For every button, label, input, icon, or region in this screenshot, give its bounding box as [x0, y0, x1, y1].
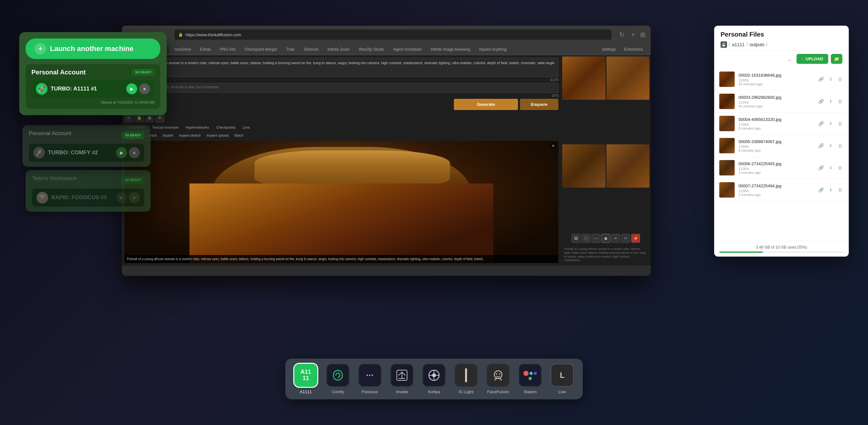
card2-play-btn[interactable]: ▶: [116, 147, 127, 158]
delete-btn-4[interactable]: 🗑: [837, 142, 844, 149]
browser-window: ‹ › 🔒 https://www.thinkdiffusion.com ↻ +…: [122, 26, 651, 276]
subtab-batch[interactable]: Batch: [232, 133, 246, 139]
negative-prompt-textarea[interactable]: (Press Ctrl+Enter to generate, Alt+Enter…: [124, 83, 558, 93]
new-tab-icon[interactable]: +: [631, 31, 635, 38]
dock-item-live[interactable]: L Live: [549, 364, 575, 394]
tab-infinite-image-browsing[interactable]: Infinite Image browsing: [427, 46, 474, 53]
image-grid: [562, 56, 649, 231]
dock-item-a1111[interactable]: A1111 A1111: [293, 364, 319, 394]
svg-point-11: [499, 373, 500, 375]
storage-bar: [719, 252, 844, 253]
download-btn-2[interactable]: ⬇: [828, 97, 834, 105]
tab-extras[interactable]: Extras: [196, 46, 215, 53]
image-close-btn[interactable]: ✕: [550, 143, 556, 149]
machine-rocket-icon: 🚀: [36, 83, 48, 95]
sd-ready-badge: SD READY: [132, 69, 155, 75]
dock-item-facefusion[interactable]: FaceFusion: [485, 364, 511, 394]
thumbnail-img-5: [719, 160, 735, 175]
dock-item-swarm[interactable]: Swarm: [517, 364, 543, 394]
card3-sd-badge: SD READY: [122, 177, 144, 183]
sdwebui-tab-lora[interactable]: Lora: [240, 124, 253, 131]
generate-button[interactable]: Generate: [454, 99, 518, 110]
subtab-inpaint-sketch[interactable]: Inpaint sketch: [176, 133, 203, 139]
dock-item-fooocus[interactable]: ⋯ Fooocus: [357, 364, 383, 394]
thumbnail-img-2: [719, 94, 735, 109]
delete-btn-1[interactable]: 🗑: [837, 75, 844, 83]
tab-inpaint-anything[interactable]: Inpaint Anything: [475, 46, 510, 53]
copy-link-btn-4[interactable]: 🔗: [817, 142, 825, 149]
machine-name: TURBO: A1111 #1: [51, 86, 123, 92]
tab-agent-scheduler[interactable]: Agent Scheduler: [390, 46, 426, 53]
dock-item-comfy[interactable]: Comfy: [325, 364, 351, 394]
card3-stop-btn[interactable]: ■: [129, 192, 140, 203]
download-btn-3[interactable]: ⬇: [828, 120, 834, 128]
tab-checkpoint-merger[interactable]: Checkpoint Merger: [241, 46, 281, 53]
pf-storage: 3.48 GB of 10 GB used (35%): [714, 241, 849, 257]
right-toolbar-btn-7[interactable]: ⚡: [631, 234, 640, 243]
account-header: Personal Account SD READY: [31, 69, 155, 76]
main-card: + Launch another machine Personal Accoun…: [19, 32, 167, 115]
download-btn-4[interactable]: ⬇: [828, 142, 834, 149]
file-thumbnail-3: [719, 116, 735, 131]
filesize-5: 113Kb 3 minutes ago: [739, 167, 813, 174]
dock-item-invoke[interactable]: Invoke: [389, 364, 415, 394]
reload-icon[interactable]: ↻: [619, 31, 625, 38]
pf-back-button[interactable]: ..: [786, 54, 794, 64]
pf-new-folder-button[interactable]: 📁: [831, 54, 842, 64]
breadcrumb-sep-2: /: [746, 42, 748, 47]
tab-extensions[interactable]: Extensions: [620, 46, 647, 53]
tab-infinite-zoom[interactable]: Infinite Zoom: [324, 46, 353, 53]
swarm-icon: [519, 364, 542, 387]
tab-settings[interactable]: Settings: [598, 46, 620, 53]
right-toolbar-btn-6[interactable]: ✂: [621, 234, 630, 243]
launch-another-machine-button[interactable]: + Launch another machine: [26, 38, 160, 59]
copy-link-btn-3[interactable]: 🔗: [817, 120, 825, 128]
breadcrumb-outputs[interactable]: outputs: [750, 42, 765, 47]
copy-link-btn-6[interactable]: 🔗: [817, 186, 825, 194]
dock-item-kohya[interactable]: Kohya: [421, 364, 447, 394]
tab-pnginfo[interactable]: PNG Info: [216, 46, 240, 53]
right-toolbar-btn-2[interactable]: ⬛: [582, 234, 590, 243]
facefusion-icon: [487, 364, 509, 387]
pf-upload-button[interactable]: ↑ UPLOAD: [797, 54, 828, 64]
sdwebui-tab-textual-inversion[interactable]: Textual Inversion: [149, 124, 182, 131]
live-label: Live: [558, 389, 566, 394]
enquere-button[interactable]: Enquere: [520, 99, 558, 110]
file-item-6: 00007-2734225494.jpg 113Kb 2 minutes ago…: [714, 179, 849, 201]
subtab-inpaint-upload[interactable]: Inpaint upload: [204, 133, 231, 139]
sdwebui-tab-hypernetworks[interactable]: Hypernetworks: [182, 124, 212, 131]
file-item-1: 00002-1631838648.jpg 131Kb 43 minutes ag…: [714, 68, 849, 90]
tab-wav2lip[interactable]: Wav2lip Studio: [355, 46, 388, 53]
prompt-textarea[interactable]: Portrait of a young african woman in a m…: [124, 58, 558, 77]
delete-btn-6[interactable]: 🗑: [837, 186, 844, 194]
tab-train[interactable]: Train: [282, 46, 299, 53]
copy-link-btn-5[interactable]: 🔗: [817, 164, 825, 172]
delete-btn-2[interactable]: 🗑: [837, 97, 844, 105]
card3-play-btn[interactable]: ▶: [116, 192, 127, 203]
download-btn-5[interactable]: ⬇: [828, 164, 834, 172]
card2-stop-btn[interactable]: ■: [129, 147, 140, 158]
breadcrumb-a1111[interactable]: a1111: [732, 42, 745, 47]
kohya-icon: [423, 364, 445, 387]
copy-link-btn-2[interactable]: 🔗: [817, 97, 825, 105]
dock-item-iclight[interactable]: IC-Light: [453, 364, 479, 394]
delete-btn-5[interactable]: 🗑: [837, 164, 844, 172]
swarm-label: Swarm: [524, 389, 536, 394]
grid-img-3: [562, 144, 606, 188]
machine-stop-btn[interactable]: ■: [139, 83, 150, 94]
right-toolbar-btn-3[interactable]: —: [591, 234, 600, 243]
subtab-inpaint[interactable]: Inpaint: [160, 133, 176, 139]
address-bar[interactable]: 🔒 https://www.thinkdiffusion.com: [174, 29, 612, 40]
tab-mov2mov[interactable]: mov2mov: [170, 46, 195, 53]
tab-overview-icon[interactable]: ⊞: [640, 31, 646, 38]
right-toolbar-btn-1[interactable]: 🖼: [571, 234, 581, 243]
right-toolbar-btn-5[interactable]: ✏: [611, 234, 620, 243]
download-btn-6[interactable]: ⬇: [828, 186, 834, 194]
tab-deforum[interactable]: Deforum: [300, 46, 322, 53]
right-toolbar-btn-4[interactable]: ◼: [601, 234, 610, 243]
copy-link-btn-1[interactable]: 🔗: [817, 75, 825, 83]
download-btn-1[interactable]: ⬇: [828, 75, 834, 83]
machine-play-btn[interactable]: ▶: [126, 83, 137, 94]
sdwebui-tab-checkpoints[interactable]: Checkpoints: [213, 124, 239, 131]
delete-btn-3[interactable]: 🗑: [837, 120, 844, 128]
